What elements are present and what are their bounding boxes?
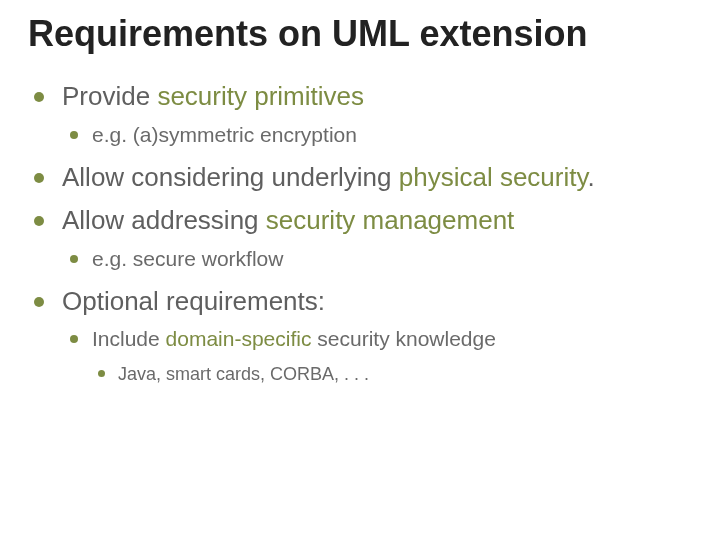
sub-bullet-item: e.g. secure workflow bbox=[62, 244, 692, 274]
bullet-text-accent: security management bbox=[266, 205, 515, 235]
bullet-item: Allow considering underlying physical se… bbox=[28, 161, 692, 195]
bullet-text: Optional requirements: bbox=[62, 286, 325, 316]
bullet-list: Provide security primitives e.g. (a)symm… bbox=[28, 80, 692, 387]
sub-bullet-list: e.g. secure workflow bbox=[62, 244, 692, 274]
sub-bullet-list: e.g. (a)symmetric encryption bbox=[62, 120, 692, 150]
bullet-text-pre: Provide bbox=[62, 81, 157, 111]
sub-bullet-text-accent: domain-specific bbox=[166, 327, 312, 350]
sub-bullet-item: Include domain-specific security knowled… bbox=[62, 324, 692, 387]
bullet-text-post: . bbox=[588, 162, 595, 192]
sub-bullet-text-post: security knowledge bbox=[311, 327, 495, 350]
bullet-text-pre: Allow considering underlying bbox=[62, 162, 399, 192]
slide-title: Requirements on UML extension bbox=[28, 14, 692, 54]
bullet-text-pre: Allow addressing bbox=[62, 205, 266, 235]
bullet-item: Optional requirements: Include domain-sp… bbox=[28, 285, 692, 387]
sub-bullet-list: Include domain-specific security knowled… bbox=[62, 324, 692, 387]
sub-bullet-text: e.g. (a)symmetric encryption bbox=[92, 123, 357, 146]
sub-sub-bullet-item: Java, smart cards, CORBA, . . . bbox=[92, 361, 692, 387]
sub-bullet-item: e.g. (a)symmetric encryption bbox=[62, 120, 692, 150]
bullet-item: Allow addressing security management e.g… bbox=[28, 204, 692, 274]
sub-bullet-text-pre: Include bbox=[92, 327, 166, 350]
sub-bullet-text: e.g. secure workflow bbox=[92, 247, 283, 270]
bullet-item: Provide security primitives e.g. (a)symm… bbox=[28, 80, 692, 150]
bullet-text-accent: security primitives bbox=[157, 81, 364, 111]
sub-sub-bullet-text: Java, smart cards, CORBA, . . . bbox=[118, 364, 369, 384]
bullet-text-accent: physical security bbox=[399, 162, 588, 192]
slide: Requirements on UML extension Provide se… bbox=[0, 0, 720, 540]
sub-sub-bullet-list: Java, smart cards, CORBA, . . . bbox=[92, 361, 692, 387]
